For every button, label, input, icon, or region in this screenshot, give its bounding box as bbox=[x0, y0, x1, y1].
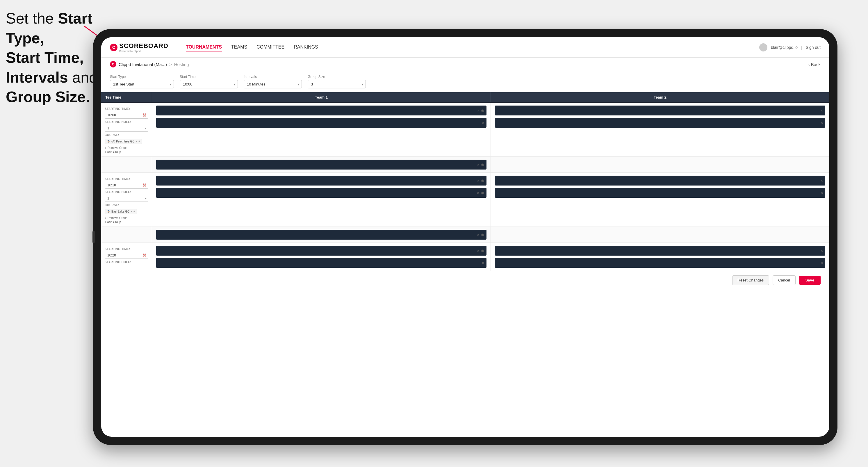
group-right-2: ✕ ⊕ ✕ ⊕ ✕ ✕ bbox=[152, 173, 829, 226]
player-add-3t1-1[interactable]: ⊕ bbox=[481, 249, 484, 253]
starting-time-input-wrapper-3: ⏰ bbox=[105, 252, 148, 259]
intervals-select[interactable]: 10 Minutes 8 Minutes 12 Minutes bbox=[244, 80, 302, 88]
clock-icon-1: ⏰ bbox=[143, 114, 147, 117]
player-add-2b-1[interactable]: ⊕ bbox=[481, 232, 484, 237]
player-slot-2b-1: ✕ ⊕ bbox=[156, 230, 487, 240]
nav-tab-teams[interactable]: TEAMS bbox=[231, 43, 247, 52]
player-x-2t1-1[interactable]: ✕ bbox=[477, 179, 479, 182]
clock-icon-2: ⏰ bbox=[143, 184, 147, 187]
team2-col-3: ✕ ✕ bbox=[491, 243, 829, 271]
group-row-2b: ✕ ⊕ bbox=[101, 227, 829, 243]
course-remove-1[interactable]: × bbox=[135, 140, 137, 143]
breadcrumb-tournament[interactable]: Clippd Invitational (Ma...) bbox=[119, 62, 167, 67]
side-button[interactable] bbox=[92, 231, 95, 243]
player-slot-3t1-1: ✕ ⊕ bbox=[156, 246, 487, 256]
footer-bar: Reset Changes Cancel Save bbox=[101, 271, 829, 289]
nav-tab-tournaments[interactable]: TOURNAMENTS bbox=[186, 43, 222, 52]
clock-icon-3: ⏰ bbox=[143, 254, 147, 257]
start-time-group: Start Time 10:00 bbox=[180, 75, 238, 88]
player-add-2t1-1[interactable]: ⊕ bbox=[481, 179, 484, 183]
player-slot-2t2-2: ✕ bbox=[495, 188, 825, 198]
start-type-select[interactable]: 1st Tee Start Shotgun Start bbox=[110, 80, 174, 88]
intervals-label: Intervals bbox=[244, 75, 302, 79]
group-left-1b bbox=[101, 157, 152, 173]
group-right-2b: ✕ ⊕ bbox=[152, 227, 829, 243]
schedule-rows: STARTING TIME: ⏰ STARTING HOLE: 1 COURSE… bbox=[101, 103, 829, 271]
player-x-3t1-2[interactable]: ✕ bbox=[482, 261, 484, 264]
course-tag-1: 🏌 (A) Peachtree GC × + bbox=[105, 139, 142, 144]
col-team1: Team 1 bbox=[152, 92, 491, 102]
player-x-3t1-1[interactable]: ✕ bbox=[477, 249, 479, 252]
player-x-2t2-1[interactable]: ✕ bbox=[820, 179, 823, 182]
starting-time-label-3: STARTING TIME: bbox=[105, 247, 148, 251]
group-size-label: Group Size bbox=[308, 75, 366, 79]
group-left-2: STARTING TIME: ⏰ STARTING HOLE: 1 COURSE… bbox=[101, 173, 152, 226]
player-slot-1-1: ✕ ⊕ bbox=[156, 105, 487, 116]
player-x-3t2-1[interactable]: ✕ bbox=[820, 249, 823, 252]
player-slot-3t2-2: ✕ bbox=[495, 258, 825, 268]
player-x-1-1[interactable]: ✕ bbox=[477, 109, 479, 112]
player-add-1-1[interactable]: ⊕ bbox=[481, 108, 484, 113]
player-x-3t2-2[interactable]: ✕ bbox=[820, 261, 823, 264]
group-size-select[interactable]: 3 2 4 bbox=[308, 80, 366, 88]
group-left-3: STARTING TIME: ⏰ STARTING HOLE: bbox=[101, 243, 152, 271]
team2-col-1b bbox=[491, 157, 829, 173]
annotation-text: Set the Start Type, Start Time, Interval… bbox=[6, 9, 99, 107]
starting-hole-label-1: STARTING HOLE: bbox=[105, 120, 148, 124]
breadcrumb-icon: C bbox=[110, 61, 116, 67]
starting-time-input-3[interactable] bbox=[105, 252, 148, 259]
remove-group-btn-2[interactable]: ○ Remove Group bbox=[105, 216, 148, 220]
starting-time-input-1[interactable] bbox=[105, 112, 148, 119]
course-remove-2[interactable]: × bbox=[130, 210, 132, 213]
player-x-1-2[interactable]: ✕ bbox=[482, 121, 484, 124]
course-label-1: COURSE: bbox=[105, 133, 148, 137]
player-add-2t1-2[interactable]: ⊕ bbox=[481, 191, 484, 195]
remove-group-btn-1[interactable]: ○ Remove Group bbox=[105, 146, 148, 150]
player-x-1b-1[interactable]: ✕ bbox=[477, 163, 479, 166]
col-tee-time: Tee Time bbox=[101, 92, 152, 102]
course-add-2[interactable]: + bbox=[133, 210, 135, 213]
group-size-group: Group Size 3 2 4 bbox=[308, 75, 366, 88]
starting-hole-select-1[interactable]: 1 bbox=[105, 125, 148, 132]
breadcrumb-bar: C Clippd Invitational (Ma...) > Hosting … bbox=[101, 58, 829, 71]
player-add-1b-1[interactable]: ⊕ bbox=[481, 162, 484, 167]
back-button[interactable]: ‹ Back bbox=[808, 62, 820, 67]
starting-time-input-wrapper-1: ⏰ bbox=[105, 112, 148, 119]
player-x-2-1[interactable]: ✕ bbox=[820, 109, 823, 112]
logo: C SCOREBOARD Powered by clippd bbox=[110, 42, 174, 53]
add-group-btn-2[interactable]: + Add Group bbox=[105, 220, 148, 224]
start-time-wrapper: 10:00 bbox=[180, 80, 238, 88]
player-slot-1b-1: ✕ ⊕ bbox=[156, 160, 487, 169]
group-left-1: STARTING TIME: ⏰ STARTING HOLE: 1 COURSE… bbox=[101, 103, 152, 156]
save-button[interactable]: Save bbox=[799, 276, 820, 285]
player-x-2t2-2[interactable]: ✕ bbox=[820, 191, 823, 194]
logo-name: SCOREBOARD bbox=[119, 42, 168, 50]
starting-hole-select-2[interactable]: 1 bbox=[105, 195, 148, 202]
starting-time-input-2[interactable] bbox=[105, 182, 148, 189]
player-slot-1-2: ✕ bbox=[156, 118, 487, 128]
user-email: blair@clippd.io bbox=[771, 45, 798, 50]
tablet-screen: C SCOREBOARD Powered by clippd TOURNAMEN… bbox=[101, 37, 829, 437]
player-slot-2-2: ✕ bbox=[495, 118, 825, 128]
intervals-group: Intervals 10 Minutes 8 Minutes 12 Minute… bbox=[244, 75, 302, 88]
player-slot-2-1: ✕ bbox=[495, 105, 825, 116]
player-slot-3t1-2: ✕ bbox=[156, 258, 487, 268]
group-left-2b bbox=[101, 227, 152, 243]
cancel-button[interactable]: Cancel bbox=[773, 275, 795, 285]
group-actions-2: ○ Remove Group + Add Group bbox=[105, 216, 148, 224]
player-x-2-2[interactable]: ✕ bbox=[820, 121, 823, 124]
reset-changes-button[interactable]: Reset Changes bbox=[732, 275, 769, 285]
remove-icon-2: ○ bbox=[105, 216, 106, 220]
nav-tab-rankings[interactable]: RANKINGS bbox=[294, 43, 318, 52]
group-size-wrapper: 3 2 4 bbox=[308, 80, 366, 88]
user-avatar bbox=[759, 43, 767, 52]
player-x-2b-1[interactable]: ✕ bbox=[477, 233, 479, 237]
course-add-1[interactable]: + bbox=[138, 140, 140, 143]
add-group-btn-1[interactable]: + Add Group bbox=[105, 150, 148, 154]
group-row-1b: ✕ ⊕ bbox=[101, 157, 829, 173]
nav-tab-committee[interactable]: COMMITTEE bbox=[256, 43, 284, 52]
sign-out-link[interactable]: Sign out bbox=[806, 45, 820, 50]
start-time-select[interactable]: 10:00 bbox=[180, 80, 238, 88]
player-slot-2t2-1: ✕ bbox=[495, 176, 825, 186]
player-x-2t1-2[interactable]: ✕ bbox=[477, 191, 479, 194]
